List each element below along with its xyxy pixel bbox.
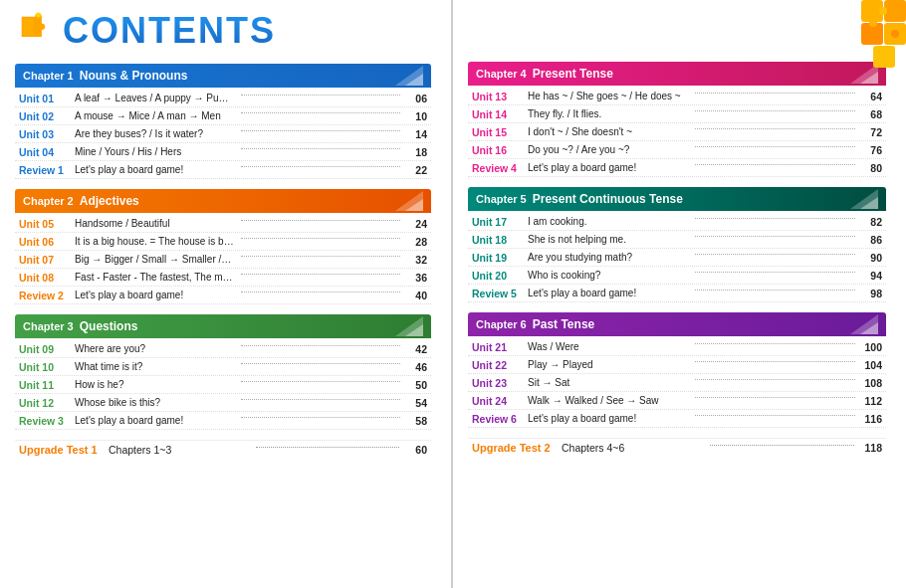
review-desc: Let's play a board game! bbox=[71, 415, 238, 426]
chapter-section-ch3: Chapter 3QuestionsUnit 09Where are you?4… bbox=[15, 314, 431, 430]
unit-row-unit10: Unit 10What time is it?46 bbox=[15, 358, 431, 376]
unit-label: Unit 23 bbox=[472, 377, 524, 389]
upgrade-test-1-page: 60 bbox=[403, 444, 427, 456]
upgrade-test-1-desc: Chapters 1~3 bbox=[109, 444, 252, 456]
svg-point-13 bbox=[869, 19, 877, 27]
puzzle-icon-left bbox=[15, 10, 57, 52]
unit-page: 112 bbox=[858, 395, 882, 407]
review-label: Review 6 bbox=[472, 413, 524, 425]
unit-row-unit13: Unit 13He has ~ / She goes ~ / He does ~… bbox=[468, 88, 886, 105]
unit-label: Unit 13 bbox=[472, 91, 524, 102]
unit-desc: It is a big house. = The house is big. bbox=[71, 236, 238, 247]
unit-page: 54 bbox=[403, 397, 427, 409]
unit-row-unit11: Unit 11How is he?50 bbox=[15, 376, 431, 394]
review-desc: Let's play a board game! bbox=[71, 290, 238, 300]
review-row-ch3: Review 3Let's play a board game!58 bbox=[15, 412, 431, 430]
unit-desc: Are you studying math? bbox=[524, 252, 692, 263]
review-row-ch2: Review 2Let's play a board game!40 bbox=[15, 287, 431, 304]
chapter-section-ch5: Chapter 5Present Continuous TenseUnit 17… bbox=[468, 187, 886, 302]
unit-page: 76 bbox=[858, 144, 882, 156]
chapter-title-ch2: Adjectives bbox=[80, 194, 139, 208]
unit-label: Unit 10 bbox=[19, 361, 71, 373]
unit-desc: Are they buses? / Is it water? bbox=[71, 128, 238, 139]
unit-row-unit21: Unit 21Was / Were100 bbox=[468, 338, 886, 356]
unit-label: Unit 19 bbox=[472, 252, 524, 264]
unit-page: 18 bbox=[403, 146, 427, 158]
chapter-title-ch6: Past Tense bbox=[533, 317, 594, 331]
unit-desc: I am cooking. bbox=[524, 216, 692, 227]
unit-label: Unit 12 bbox=[19, 397, 71, 409]
unit-row-unit08: Unit 08Fast - Faster - The fastest, The … bbox=[15, 269, 431, 287]
unit-page: 24 bbox=[403, 218, 427, 230]
unit-row-unit01: Unit 01A leaf → Leaves / A puppy → Puppi… bbox=[15, 90, 431, 107]
unit-page: 94 bbox=[858, 270, 882, 282]
unit-desc: Fast - Faster - The fastest, The most fa… bbox=[71, 272, 238, 283]
unit-desc: Walk → Walked / See → Saw bbox=[524, 395, 692, 406]
unit-page: 72 bbox=[858, 126, 882, 138]
upgrade-test-2-label: Upgrade Test 2 bbox=[472, 442, 562, 454]
unit-page: 42 bbox=[403, 343, 427, 355]
chapters-left: Chapter 1Nouns & PronounsUnit 01A leaf →… bbox=[15, 64, 431, 430]
chapter-title-ch1: Nouns & Pronouns bbox=[80, 69, 188, 83]
unit-row-unit20: Unit 20Who is cooking?94 bbox=[468, 267, 886, 285]
chapter-title-ch4: Present Tense bbox=[533, 67, 613, 81]
unit-page: 86 bbox=[858, 234, 882, 246]
svg-point-14 bbox=[891, 30, 899, 38]
unit-desc: Was / Were bbox=[524, 341, 692, 352]
unit-desc: He has ~ / She goes ~ / He does ~ bbox=[524, 91, 692, 101]
unit-desc: Big → Bigger / Small → Smaller / Beautif… bbox=[71, 254, 238, 265]
chapter-bar-ch5: Chapter 5Present Continuous Tense bbox=[468, 187, 886, 211]
upgrade-test-2-desc: Chapters 4~6 bbox=[562, 442, 706, 454]
page-right: Chapter 4Present TenseUnit 13He has ~ / … bbox=[453, 0, 906, 588]
unit-label: Unit 20 bbox=[472, 270, 524, 282]
unit-label: Unit 14 bbox=[472, 108, 524, 120]
unit-desc: What time is it? bbox=[71, 361, 238, 372]
unit-row-unit19: Unit 19Are you studying math?90 bbox=[468, 249, 886, 267]
unit-page: 104 bbox=[858, 359, 882, 371]
review-label: Review 1 bbox=[19, 164, 71, 176]
unit-label: Unit 24 bbox=[472, 395, 524, 407]
unit-page: 50 bbox=[403, 379, 427, 391]
unit-row-unit06: Unit 06It is a big house. = The house is… bbox=[15, 233, 431, 251]
unit-row-unit02: Unit 02A mouse → Mice / A man → Men10 bbox=[15, 107, 431, 125]
svg-rect-11 bbox=[873, 46, 895, 68]
review-page: 116 bbox=[858, 413, 882, 425]
unit-label: Unit 15 bbox=[472, 126, 524, 138]
unit-desc: A mouse → Mice / A man → Men bbox=[71, 110, 238, 121]
unit-label: Unit 04 bbox=[19, 146, 71, 158]
chapter-label-ch4: Chapter 4 bbox=[476, 68, 527, 80]
unit-row-unit17: Unit 17I am cooking.82 bbox=[468, 213, 886, 231]
unit-label: Unit 05 bbox=[19, 218, 71, 230]
chapter-title-ch3: Questions bbox=[80, 319, 138, 333]
chapter-bar-ch6: Chapter 6Past Tense bbox=[468, 312, 886, 336]
contents-header: CONTENTS bbox=[15, 10, 431, 52]
chapter-title-ch5: Present Continuous Tense bbox=[533, 192, 683, 206]
page-left: CONTENTS Chapter 1Nouns & PronounsUnit 0… bbox=[0, 0, 453, 588]
unit-page: 64 bbox=[858, 91, 882, 102]
svg-rect-8 bbox=[884, 0, 906, 22]
unit-label: Unit 16 bbox=[472, 144, 524, 156]
unit-row-unit12: Unit 12Whose bike is this?54 bbox=[15, 394, 431, 412]
chapter-bar-ch2: Chapter 2Adjectives bbox=[15, 189, 431, 213]
unit-page: 100 bbox=[858, 341, 882, 353]
unit-page: 68 bbox=[858, 108, 882, 120]
unit-label: Unit 22 bbox=[472, 359, 524, 371]
unit-desc: She is not helping me. bbox=[524, 234, 692, 245]
unit-row-unit09: Unit 09Where are you?42 bbox=[15, 340, 431, 358]
unit-page: 28 bbox=[403, 236, 427, 248]
unit-row-unit24: Unit 24Walk → Walked / See → Saw112 bbox=[468, 392, 886, 410]
chapter-bar-ch3: Chapter 3Questions bbox=[15, 314, 431, 338]
unit-desc: Play → Played bbox=[524, 359, 692, 370]
review-label: Review 3 bbox=[19, 415, 71, 427]
review-row-ch5: Review 5Let's play a board game!98 bbox=[468, 285, 886, 302]
unit-row-unit03: Unit 03Are they buses? / Is it water?14 bbox=[15, 125, 431, 143]
upgrade-test-2-page: 118 bbox=[858, 442, 882, 454]
review-label: Review 4 bbox=[472, 162, 524, 174]
unit-row-unit04: Unit 04Mine / Yours / His / Hers18 bbox=[15, 143, 431, 161]
unit-desc: Handsome / Beautiful bbox=[71, 218, 238, 229]
chapter-section-ch2: Chapter 2AdjectivesUnit 05Handsome / Bea… bbox=[15, 189, 431, 304]
review-desc: Let's play a board game! bbox=[524, 162, 692, 173]
chapter-label-ch6: Chapter 6 bbox=[476, 318, 527, 330]
review-desc: Let's play a board game! bbox=[524, 413, 692, 424]
review-page: 22 bbox=[403, 164, 427, 176]
